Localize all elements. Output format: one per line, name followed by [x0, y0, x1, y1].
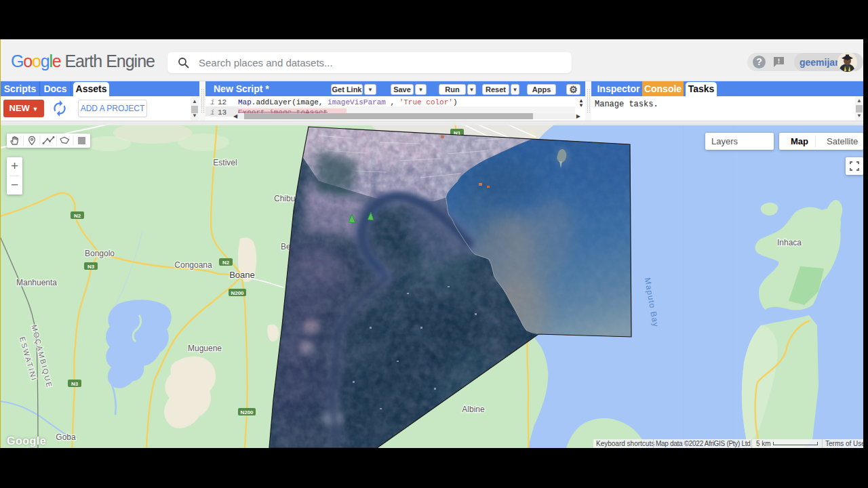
svg-text:N2: N2	[222, 260, 230, 266]
svg-text:Bongolo: Bongolo	[85, 249, 115, 258]
svg-text:Estivel: Estivel	[213, 158, 237, 167]
svg-text:N3: N3	[87, 264, 95, 270]
svg-text:Goba: Goba	[56, 432, 76, 442]
svg-text:Boane: Boane	[229, 270, 255, 280]
svg-text:N200: N200	[231, 290, 244, 296]
svg-text:Albine: Albine	[462, 405, 485, 414]
svg-text:N200: N200	[240, 409, 254, 415]
svg-text:N2: N2	[74, 213, 81, 219]
svg-text:N3: N3	[71, 381, 79, 387]
svg-text:Manhuenta: Manhuenta	[16, 278, 57, 287]
svg-text:Inhaca: Inhaca	[777, 238, 802, 247]
svg-text:Muguene: Muguene	[188, 344, 222, 353]
svg-text:Congoana: Congoana	[174, 260, 212, 270]
